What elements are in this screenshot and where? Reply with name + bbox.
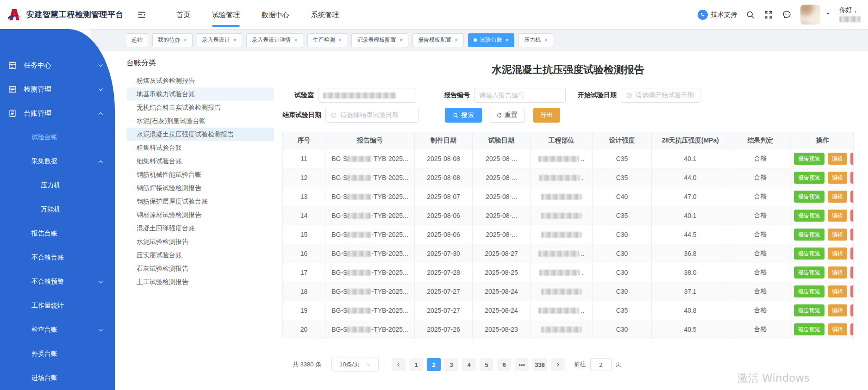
category-item[interactable]: 水泥试验检测报告 xyxy=(126,235,274,248)
close-icon[interactable]: × xyxy=(338,37,342,43)
page-button-2[interactable]: 2 xyxy=(427,358,441,371)
page-button-5[interactable]: 5 xyxy=(480,358,493,371)
delete-button[interactable]: 删除 xyxy=(850,248,854,260)
tab-press-machine[interactable]: 压力机× xyxy=(518,33,553,47)
edit-button[interactable]: 编辑 xyxy=(828,229,847,241)
sidebar-item-detection-management[interactable]: 检测管理 xyxy=(0,77,115,101)
prev-page-button[interactable] xyxy=(392,358,406,371)
sidebar-item-test-ledger[interactable]: 试验台账 xyxy=(0,125,115,149)
report-preview-button[interactable]: 报告预览 xyxy=(794,323,824,335)
search-button[interactable]: 搜索 xyxy=(445,108,482,123)
category-item[interactable]: 粗集料试验台账 xyxy=(126,141,274,155)
search-icon[interactable] xyxy=(746,10,755,19)
tab-report-template-config[interactable]: 报告模板配置× xyxy=(412,33,464,47)
category-item[interactable]: 钢筋机械性能试验台账 xyxy=(126,168,274,181)
goto-page-input[interactable] xyxy=(590,358,612,371)
sidebar-item-universal-machine[interactable]: 万能机 xyxy=(0,198,115,222)
sidebar-item-workload-stats[interactable]: 工作量统计 xyxy=(0,294,115,318)
sidebar-item-task-center[interactable]: 任务中心 xyxy=(0,53,115,77)
delete-button[interactable]: 删除 xyxy=(850,191,854,203)
page-button-1[interactable]: 1 xyxy=(409,358,423,371)
report-preview-button[interactable]: 报告预览 xyxy=(794,191,824,203)
close-icon[interactable]: × xyxy=(294,37,298,43)
page-size-select[interactable]: 10条/页 xyxy=(331,358,379,371)
delete-button[interactable]: 删除 xyxy=(850,266,854,279)
category-item[interactable]: 细集料试验台账 xyxy=(126,155,274,168)
report-preview-button[interactable]: 报告预览 xyxy=(794,153,824,165)
page-button-4[interactable]: 4 xyxy=(462,358,476,371)
chevron-down-icon[interactable] xyxy=(825,10,831,18)
tech-support-link[interactable]: 技术支持 xyxy=(698,10,737,20)
tab-form-design[interactable]: 录入表设计× xyxy=(197,33,243,47)
next-page-button[interactable] xyxy=(551,358,565,371)
nav-item-home[interactable]: 首页 xyxy=(176,0,190,29)
sidebar-item-press-machine[interactable]: 压力机 xyxy=(0,173,115,198)
delete-button[interactable]: 删除 xyxy=(850,323,854,335)
nav-item-system-management[interactable]: 系统管理 xyxy=(311,0,339,29)
close-icon[interactable]: × xyxy=(506,37,509,43)
report-preview-button[interactable]: 报告预览 xyxy=(794,248,824,260)
category-item[interactable]: 水泥(石灰)剂量试验台账 xyxy=(126,114,274,128)
nav-item-data-center[interactable]: 数据中心 xyxy=(262,0,289,29)
sidebar-item-inspection-ledger[interactable]: 检查台账 xyxy=(0,318,115,342)
avatar[interactable] xyxy=(800,5,820,25)
edit-button[interactable]: 编辑 xyxy=(828,210,847,222)
page-button-338[interactable]: 338 xyxy=(532,358,547,371)
sidebar-item-outsourced-ledger[interactable]: 外委台账 xyxy=(0,342,115,366)
delete-button[interactable]: 删除 xyxy=(850,304,854,316)
reset-button[interactable]: 重置 xyxy=(489,108,525,123)
category-item[interactable]: 混凝土回弹强度台账 xyxy=(126,222,274,235)
category-item[interactable]: 无机结合料击实试验检测报告 xyxy=(126,101,274,114)
category-item[interactable]: 粉煤灰试验检测报告 xyxy=(126,74,274,87)
category-item[interactable]: 钢筋焊接试验检测报告 xyxy=(126,181,274,195)
lab-input[interactable] xyxy=(318,88,416,103)
edit-button[interactable]: 编辑 xyxy=(828,191,847,203)
report-preview-button[interactable]: 报告预览 xyxy=(794,285,824,297)
close-icon[interactable]: × xyxy=(183,37,187,43)
menu-collapse-icon[interactable] xyxy=(137,10,147,20)
start-date-input[interactable]: 请选择开始试验日期 xyxy=(621,88,700,103)
report-preview-button[interactable]: 报告预览 xyxy=(794,210,824,222)
sidebar-item-unqualified-ledger[interactable]: 不合格台账 xyxy=(0,246,115,270)
tab-my-todo[interactable]: 我的待办× xyxy=(152,33,193,47)
tab-production-test[interactable]: 生产检测× xyxy=(307,33,348,47)
close-icon[interactable]: × xyxy=(399,37,403,43)
report-preview-button[interactable]: 报告预览 xyxy=(794,172,824,184)
fullscreen-icon[interactable] xyxy=(764,10,773,19)
delete-button[interactable]: 删除 xyxy=(850,285,854,297)
report-no-input[interactable] xyxy=(474,88,566,103)
tab-form-design-detail[interactable]: 录入表设计详情× xyxy=(246,33,303,47)
tab-start[interactable]: 起始 xyxy=(126,33,148,47)
report-preview-button[interactable]: 报告预览 xyxy=(794,229,824,241)
edit-button[interactable]: 编辑 xyxy=(828,323,847,335)
category-item[interactable]: 钢筋保护层厚度试验台账 xyxy=(126,195,274,208)
category-item[interactable]: 地基承载力试验台账 xyxy=(126,87,274,101)
close-icon[interactable]: × xyxy=(455,37,458,43)
category-item[interactable]: 石灰试验检测报告 xyxy=(126,262,274,275)
delete-button[interactable]: 删除 xyxy=(850,172,854,184)
export-button[interactable]: 导出 xyxy=(533,108,560,123)
edit-button[interactable]: 编辑 xyxy=(828,266,847,279)
category-item[interactable]: 土工试验检测报告 xyxy=(126,275,274,289)
edit-button[interactable]: 编辑 xyxy=(828,285,847,297)
message-icon[interactable] xyxy=(782,10,792,19)
nav-item-experiment-management[interactable]: 试验管理 xyxy=(212,0,240,29)
sidebar-item-ledger-management[interactable]: 台账管理 xyxy=(0,101,115,125)
category-item[interactable]: 钢材原材试验检测报告 xyxy=(126,208,274,222)
delete-button[interactable]: 删除 xyxy=(850,210,854,222)
end-date-input[interactable]: 请选择结束试验日期 xyxy=(325,108,419,123)
category-item-selected[interactable]: 水泥混凝土抗压强度试验检测报告 xyxy=(126,128,274,141)
more-pages-button[interactable]: ••• xyxy=(515,358,529,371)
tab-test-ledger[interactable]: 试验台账× xyxy=(468,33,515,47)
edit-button[interactable]: 编辑 xyxy=(828,304,847,316)
delete-button[interactable]: 删除 xyxy=(850,153,854,165)
sidebar-item-report-ledger[interactable]: 报告台账 xyxy=(0,222,115,246)
report-preview-button[interactable]: 报告预览 xyxy=(794,266,824,279)
close-icon[interactable]: × xyxy=(544,37,548,43)
tab-record-template-config[interactable]: 记录表模板配置× xyxy=(351,33,408,47)
category-item[interactable]: 压实度试验台账 xyxy=(126,248,274,262)
close-icon[interactable]: × xyxy=(233,37,237,43)
delete-button[interactable]: 删除 xyxy=(850,229,854,241)
page-button-3[interactable]: 3 xyxy=(444,358,458,371)
edit-button[interactable]: 编辑 xyxy=(828,172,847,184)
